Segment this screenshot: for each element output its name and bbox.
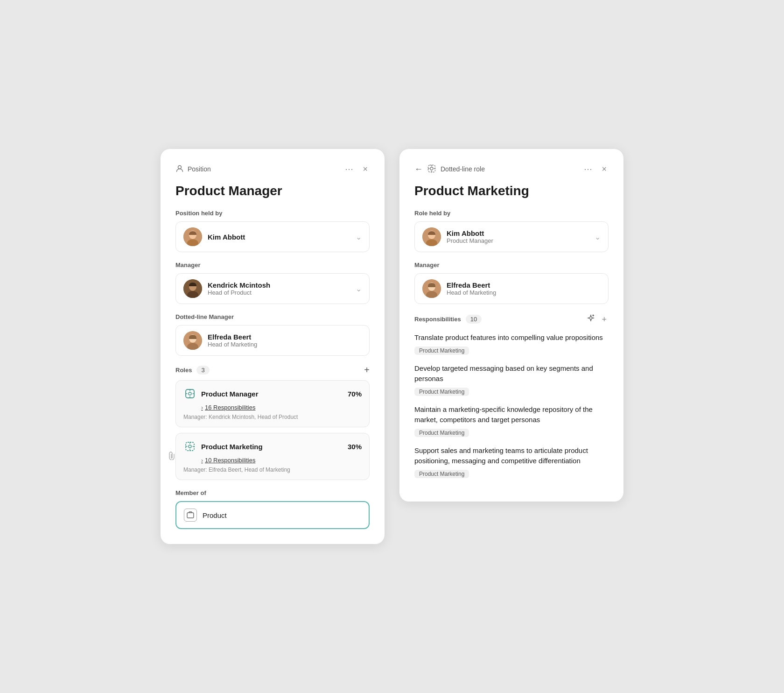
svg-rect-15 <box>187 513 194 518</box>
pmkt-responsibilities-link[interactable]: › 10 Responsibilities <box>201 457 362 464</box>
svg-point-14 <box>189 445 191 448</box>
chevron-right-icon-pm: › <box>201 404 203 411</box>
resp-tag-2: Product Marketing <box>414 388 469 396</box>
svg-point-17 <box>430 167 433 170</box>
kim-abbott-info: Kim Abbott <box>208 233 245 241</box>
kendrick-name: Kendrick Mcintosh <box>208 281 270 289</box>
role-card-product-manager: Product Manager 70% › 16 Responsibilitie… <box>175 380 370 427</box>
svg-point-12 <box>189 392 191 395</box>
resp-item-1: Translate product features into compelli… <box>414 332 609 355</box>
role-card-product-marketing: Product Marketing 30% › 10 Responsibilit… <box>175 433 370 480</box>
left-panel-menu-button[interactable]: ⋯ <box>343 164 355 174</box>
resp-item-2: Develop targeted messaging based on key … <box>414 363 609 396</box>
role-held-by-label: Role held by <box>414 210 609 217</box>
manager-card-right: Elfreda Beert Head of Marketing <box>414 273 609 304</box>
resp-text-4: Support sales and marketing teams to art… <box>414 446 609 467</box>
resp-icons: + <box>585 313 609 325</box>
add-responsibility-button[interactable]: + <box>600 313 609 325</box>
kim-abbott-name-right: Kim Abbott <box>447 229 493 237</box>
pm-role-name: Product Manager <box>201 390 259 398</box>
position-panel: Position ⋯ × Product Manager Position he… <box>161 149 385 544</box>
position-held-by-card[interactable]: Kim Abbott ⌄ <box>175 221 370 252</box>
role-name-pmkt: Product Marketing <box>183 440 263 453</box>
pm-role-manager: Manager: Kendrick Mcintosh, Head of Prod… <box>183 414 362 420</box>
responsibilities-list: Translate product features into compelli… <box>414 332 609 478</box>
roles-count-badge: 3 <box>196 366 209 375</box>
person-icon <box>175 164 184 174</box>
elfreda-info-left: Elfreda Beert Head of Marketing <box>208 333 257 348</box>
role-held-by-card[interactable]: Kim Abbott Product Manager ⌄ <box>414 221 609 252</box>
svg-point-0 <box>178 165 182 169</box>
chevron-right-icon-pmkt: › <box>201 457 203 464</box>
kim-abbott-role-right: Product Manager <box>447 237 493 244</box>
resp-text-2: Develop targeted messaging based on key … <box>414 363 609 384</box>
pm-responsibilities-link[interactable]: › 16 Responsibilities <box>201 404 362 411</box>
resp-item-3: Maintain a marketing-specific knowledge … <box>414 404 609 437</box>
left-panel-header: Position ⋯ × <box>175 164 370 174</box>
roles-section-row: Roles 3 + <box>175 365 370 375</box>
resp-tag-4: Product Marketing <box>414 470 469 478</box>
chevron-down-icon-right: ⌄ <box>595 233 601 241</box>
dotted-line-role-panel: ← Dotted-line role ⋯ × Product Marketing… <box>399 149 623 502</box>
kendrick-info: Kendrick Mcintosh Head of Product <box>208 281 270 296</box>
position-held-by-label: Position held by <box>175 210 370 217</box>
kim-abbott-avatar-right <box>422 227 441 246</box>
responsibilities-left: Responsibilities 10 <box>414 315 482 324</box>
dotted-line-manager-card: Elfreda Beert Head of Marketing <box>175 325 370 356</box>
paperclip-icon <box>168 452 175 462</box>
resp-tag-1: Product Marketing <box>414 346 469 355</box>
dotted-role-icon <box>427 164 436 174</box>
kim-abbott-name-left: Kim Abbott <box>208 233 245 241</box>
roles-section-left: Roles 3 <box>175 366 210 375</box>
right-panel-title: Product Marketing <box>414 184 609 198</box>
dotted-line-manager-label: Dotted-line Manager <box>175 313 370 320</box>
left-panel-title: Product Manager <box>175 184 370 198</box>
right-panel-header: ← Dotted-line role ⋯ × <box>414 164 609 174</box>
resp-text-1: Translate product features into compelli… <box>414 332 609 343</box>
pmkt-role-manager: Manager: Elfreda Beert, Head of Marketin… <box>183 467 362 473</box>
role-icon-pmkt <box>183 440 196 453</box>
sparkle-button[interactable] <box>585 313 597 325</box>
member-of-name: Product <box>203 511 227 519</box>
role-card-top-pmkt: Product Marketing 30% <box>183 440 362 453</box>
right-panel-header-label: Dotted-line role <box>441 165 485 173</box>
pmkt-role-name: Product Marketing <box>201 443 263 451</box>
right-panel-close-button[interactable]: × <box>600 164 609 174</box>
resp-item-4: Support sales and marketing teams to art… <box>414 446 609 478</box>
elfreda-role-right: Head of Marketing <box>447 289 496 296</box>
left-panel-header-label: Position <box>188 165 211 173</box>
role-card-top-pm: Product Manager 70% <box>183 387 362 400</box>
left-panel-header-right: ⋯ × <box>343 164 370 174</box>
responsibilities-label: Responsibilities <box>414 316 461 323</box>
manager-label-left: Manager <box>175 262 370 269</box>
elfreda-info-right: Elfreda Beert Head of Marketing <box>447 281 496 296</box>
elfreda-avatar-right <box>422 279 441 298</box>
role-name-pm: Product Manager <box>183 387 259 400</box>
member-of-section: Member of Product <box>175 489 370 529</box>
pm-role-percent: 70% <box>348 390 362 398</box>
right-panel-menu-button[interactable]: ⋯ <box>582 164 594 174</box>
manager-card-left[interactable]: Kendrick Mcintosh Head of Product ⌄ <box>175 273 370 304</box>
kendrick-avatar <box>183 279 202 298</box>
left-panel-header-left: Position <box>175 164 211 174</box>
manager-label-right: Manager <box>414 262 609 269</box>
elfreda-avatar-left <box>183 331 202 350</box>
chevron-down-icon-2: ⌄ <box>356 284 362 293</box>
elfreda-name-right: Elfreda Beert <box>447 281 496 289</box>
elfreda-name-left: Elfreda Beert <box>208 333 257 341</box>
member-of-card[interactable]: Product <box>175 501 370 529</box>
role-icon-pm <box>183 387 196 400</box>
pm-responsibilities-text: 16 Responsibilities <box>205 404 255 411</box>
elfreda-role-left: Head of Marketing <box>208 341 257 348</box>
pmkt-role-percent: 30% <box>348 443 362 451</box>
add-role-button[interactable]: + <box>364 365 370 375</box>
left-panel-close-button[interactable]: × <box>361 164 370 174</box>
pmkt-responsibilities-text: 10 Responsibilities <box>205 457 255 464</box>
back-button[interactable]: ← <box>414 164 423 174</box>
chevron-down-icon: ⌄ <box>356 233 362 241</box>
kendrick-role: Head of Product <box>208 289 270 296</box>
resp-tag-3: Product Marketing <box>414 429 469 437</box>
member-of-icon <box>184 509 197 522</box>
responsibilities-count-badge: 10 <box>466 315 482 324</box>
roles-label: Roles <box>175 367 192 374</box>
